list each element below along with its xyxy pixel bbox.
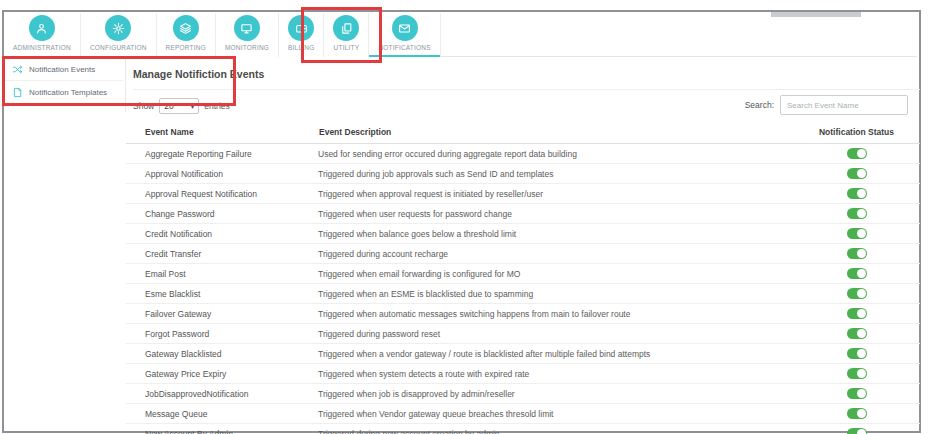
nav-tab-notifications[interactable]: NOTIFICATIONS <box>369 13 440 57</box>
notification-toggle[interactable] <box>847 308 867 319</box>
notification-toggle[interactable] <box>847 368 867 379</box>
toggle-knob <box>857 369 866 378</box>
file-icon <box>12 87 23 98</box>
table-header-row: Event NameEvent DescriptionNotification … <box>126 121 920 144</box>
sidebar-item-notification-events[interactable]: Notification Events <box>4 58 123 81</box>
event-description-cell: Triggered when system detects a route wi… <box>318 364 794 384</box>
notification-toggle[interactable] <box>847 228 867 239</box>
notification-toggle[interactable] <box>847 168 867 179</box>
table-row: Approval Request Notification Triggered … <box>126 184 920 204</box>
notification-toggle[interactable] <box>847 328 867 339</box>
toggle-knob <box>857 349 866 358</box>
table-row: Esme Blacklist Triggered when an ESME is… <box>126 284 920 304</box>
sidebar-item-label: Notification Events <box>29 65 95 74</box>
sidebar: Notification Events Notification Templat… <box>4 58 123 104</box>
notification-status-cell <box>794 224 920 244</box>
notification-status-cell <box>794 404 920 424</box>
nav-tab-configuration[interactable]: CONFIGURATION <box>81 13 157 57</box>
gear-icon <box>105 15 131 41</box>
event-name-cell: Credit Transfer <box>126 244 318 264</box>
events-table: Event NameEvent DescriptionNotification … <box>126 121 920 434</box>
nav-tab-administration[interactable]: ADMINISTRATION <box>4 13 81 57</box>
notification-status-cell <box>794 184 920 204</box>
table-row: Credit Notification Triggered when balan… <box>126 224 920 244</box>
event-name-cell: New Account By Admin <box>126 424 318 434</box>
notification-toggle[interactable] <box>847 268 867 279</box>
event-name-cell: Gateway Blacklisted <box>126 344 318 364</box>
event-description-cell: Triggered when Vendor gateway queue brea… <box>318 404 794 424</box>
nav-tab-label: CONFIGURATION <box>90 44 147 51</box>
notification-toggle[interactable] <box>847 208 867 219</box>
toggle-knob <box>857 149 866 158</box>
event-description-cell: Triggered when email forwarding is confi… <box>318 264 794 284</box>
toggle-knob <box>857 249 866 258</box>
event-name-cell: Approval Request Notification <box>126 184 318 204</box>
notification-status-cell <box>794 284 920 304</box>
table-controls: Show 20 ▾ entries Search: <box>126 90 920 120</box>
notification-toggle[interactable] <box>847 148 867 159</box>
event-description-cell: Triggered during job approvals such as S… <box>318 164 794 184</box>
event-description-cell: Triggered when an ESME is blacklisted du… <box>318 284 794 304</box>
table-row: New Account By Admin Triggered during ne… <box>126 424 920 434</box>
notification-status-cell <box>794 344 920 364</box>
entries-select[interactable]: 20 ▾ <box>159 98 199 114</box>
event-name-cell: Approval Notification <box>126 164 318 184</box>
nav-tab-billing[interactable]: BILLING <box>279 13 324 57</box>
table-row: Change Password Triggered when user requ… <box>126 204 920 224</box>
nav-tab-label: NOTIFICATIONS <box>378 44 430 51</box>
app-window: ADMINISTRATION CONFIGURATION REPORTING M… <box>0 0 930 434</box>
notification-toggle[interactable] <box>847 248 867 259</box>
nav-tab-label: ADMINISTRATION <box>13 44 71 51</box>
event-description-cell: Used for sending error occured during ag… <box>318 144 794 164</box>
copy-icon <box>333 15 359 41</box>
notification-status-cell <box>794 424 920 434</box>
nav-tab-label: UTILITY <box>334 44 360 51</box>
notification-status-cell <box>794 244 920 264</box>
toggle-knob <box>857 209 866 218</box>
table-row: Failover Gateway Triggered when automati… <box>126 304 920 324</box>
sidebar-item-notification-templates[interactable]: Notification Templates <box>4 81 123 104</box>
layers-icon <box>173 15 199 41</box>
nav-tab-label: REPORTING <box>166 44 206 51</box>
event-description-cell: Triggered when approval request is initi… <box>318 184 794 204</box>
table-row: Message Queue Triggered when Vendor gate… <box>126 404 920 424</box>
event-name-cell: Change Password <box>126 204 318 224</box>
notification-toggle[interactable] <box>847 288 867 299</box>
nav-tab-label: MONITORING <box>225 44 269 51</box>
event-description-cell: Triggered when balance goes below a thre… <box>318 224 794 244</box>
event-description-cell: Triggered during account recharge <box>318 244 794 264</box>
search-input[interactable] <box>780 95 908 115</box>
table-row: Email Post Triggered when email forwardi… <box>126 264 920 284</box>
scrollbar-fragment <box>771 12 861 17</box>
column-header-event-description: Event Description <box>318 121 794 144</box>
event-name-cell: Aggregate Reporting Failure <box>126 144 318 164</box>
notification-status-cell <box>794 264 920 284</box>
top-nav: ADMINISTRATION CONFIGURATION REPORTING M… <box>4 13 441 57</box>
nav-tab-reporting[interactable]: REPORTING <box>157 13 216 57</box>
notification-toggle[interactable] <box>847 388 867 399</box>
event-description-cell: Triggered during new account creation by… <box>318 424 794 434</box>
table-row: Credit Transfer Triggered during account… <box>126 244 920 264</box>
table-row: JobDisapprovedNotification Triggered whe… <box>126 384 920 404</box>
notification-status-cell <box>794 364 920 384</box>
toggle-knob <box>857 329 866 338</box>
event-name-cell: JobDisapprovedNotification <box>126 384 318 404</box>
entries-select-value: 20 <box>164 101 173 111</box>
page-title: Manage Notifiction Events <box>133 68 920 80</box>
event-description-cell: Triggered when automatic messages switch… <box>318 304 794 324</box>
nav-tab-utility[interactable]: UTILITY <box>324 13 369 57</box>
table-row: Gateway Blacklisted Triggered when a ven… <box>126 344 920 364</box>
nav-tab-monitoring[interactable]: MONITORING <box>216 13 279 57</box>
table-row: Gateway Price Expiry Triggered when syst… <box>126 364 920 384</box>
toggle-knob <box>857 289 866 298</box>
notification-toggle[interactable] <box>847 428 867 434</box>
event-name-cell: Gateway Price Expiry <box>126 364 318 384</box>
notification-toggle[interactable] <box>847 348 867 359</box>
column-header-notification-status: Notification Status <box>794 121 920 144</box>
notification-toggle[interactable] <box>847 408 867 419</box>
sidebar-item-label: Notification Templates <box>29 88 107 97</box>
notification-toggle[interactable] <box>847 188 867 199</box>
column-header-event-name: Event Name <box>126 121 318 144</box>
shuffle-icon <box>12 64 23 75</box>
toggle-knob <box>857 429 866 434</box>
